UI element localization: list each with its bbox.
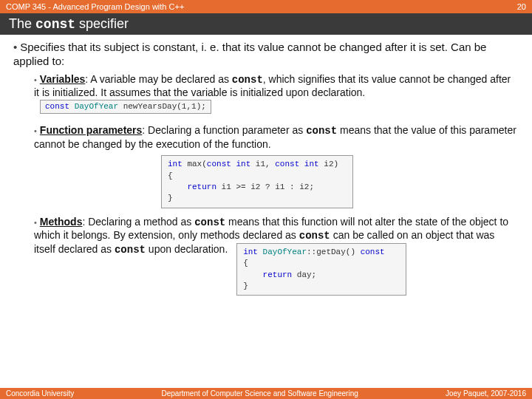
bullet-icon: • (34, 218, 37, 227)
bullet-methods: •Methods: Declaring a method as const me… (34, 216, 519, 296)
slide-footer: Concordia University Department of Compu… (0, 388, 532, 399)
slide-title: The const specifier (0, 13, 532, 35)
bullet-icon: • (13, 41, 17, 53)
footer-right: Joey Paquet, 2007-2016 (446, 389, 526, 398)
bullet-label: Function parameters (40, 124, 142, 136)
code-variables: const DayOfYear newYearsDay(1,1); (40, 100, 211, 115)
bullet-label: Variables (40, 73, 86, 85)
code-methods: int DayOfYear::getDay() const { return d… (236, 243, 406, 296)
title-keyword: const (35, 17, 75, 32)
slide-content: •Specifies that its subject is constant,… (0, 35, 532, 296)
footer-center: Department of Computer Science and Softw… (162, 389, 358, 398)
code-params: int max(const int i1, const int i2) { re… (161, 155, 353, 208)
bullet-main: •Specifies that its subject is constant,… (13, 41, 519, 69)
course-header: COMP 345 - Advanced Program Design with … (0, 0, 532, 13)
footer-left: Concordia University (6, 389, 74, 398)
bullet-params: •Function parameters: Declaring a functi… (34, 124, 519, 151)
slide-number: 20 (517, 2, 526, 11)
bullet-label: Methods (40, 216, 83, 228)
course-title: COMP 345 - Advanced Program Design with … (6, 2, 184, 11)
bullet-icon: • (34, 126, 37, 135)
bullet-variables: •Variables: A variable may be declared a… (34, 73, 519, 115)
bullet-icon: • (34, 75, 37, 84)
